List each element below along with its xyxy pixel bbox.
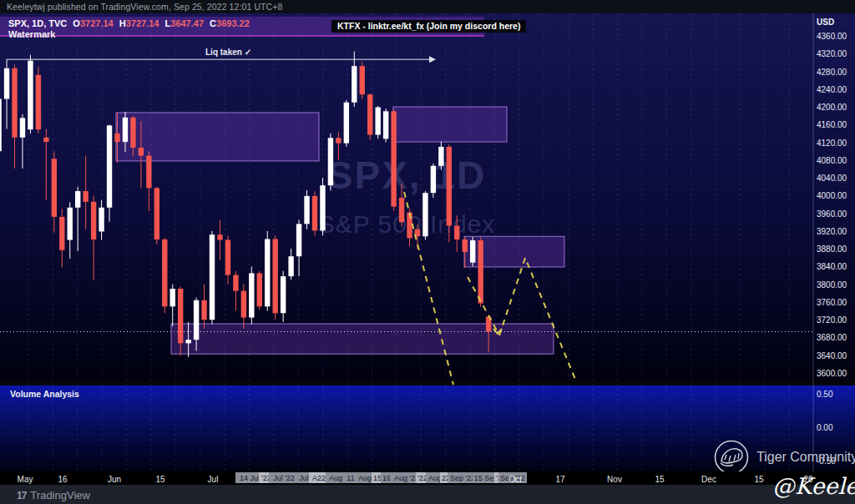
tradingview-chart-window: Keeleytwj published on TradingView.com, … bbox=[0, 0, 855, 504]
candle-body bbox=[304, 196, 309, 224]
chart-canvas[interactable] bbox=[0, 0, 855, 504]
tradingview-logo-icon[interactable]: 17 bbox=[17, 490, 26, 501]
price-axis-label: 4040.00 bbox=[817, 174, 847, 183]
time-axis-label: May bbox=[18, 475, 33, 484]
candle-body bbox=[431, 166, 436, 193]
price-axis-label: 4120.00 bbox=[817, 139, 847, 148]
price-axis-label: 3800.00 bbox=[817, 280, 847, 290]
candle-body bbox=[328, 138, 333, 185]
candle-body bbox=[257, 273, 262, 306]
candle-body bbox=[360, 66, 365, 94]
publish-text: Keeleytwj published on TradingView.com, … bbox=[7, 2, 282, 12]
time-axis-label: Jun bbox=[108, 475, 121, 484]
candle-body bbox=[130, 118, 135, 148]
volume-analysis-title[interactable]: Volume Analysis bbox=[10, 389, 79, 399]
candle-body bbox=[438, 147, 443, 166]
legend-high-label: H bbox=[119, 18, 126, 28]
liq-taken-label[interactable]: Liq taken ✓ bbox=[205, 48, 251, 57]
price-axis-label: 3640.00 bbox=[817, 351, 847, 360]
price-axis-label: 3600.00 bbox=[817, 369, 847, 378]
volume-axis-label: 0.00 bbox=[817, 423, 832, 432]
zone-box-supply-august bbox=[393, 107, 507, 142]
candle-body bbox=[320, 185, 325, 230]
candle-body bbox=[241, 291, 246, 318]
price-axis-label: 3760.00 bbox=[817, 298, 847, 307]
candle-body bbox=[288, 256, 293, 276]
time-axis-label: Dec bbox=[701, 475, 716, 484]
time-axis-label: Nov bbox=[607, 475, 622, 484]
candle-body bbox=[233, 275, 238, 291]
price-axis-label: 4080.00 bbox=[817, 156, 847, 165]
candle-body bbox=[422, 193, 428, 236]
price-axis-label: 3840.00 bbox=[817, 262, 847, 271]
candle-body bbox=[383, 111, 388, 139]
price-axis-label: 3880.00 bbox=[817, 244, 847, 254]
candle-body bbox=[146, 156, 151, 189]
candle-body bbox=[296, 224, 301, 256]
price-axis-label: 3680.00 bbox=[817, 333, 847, 342]
time-axis-label: 17 bbox=[555, 475, 564, 484]
price-axis-label: 4000.00 bbox=[817, 191, 847, 200]
price-axis-label: 4280.00 bbox=[817, 68, 847, 77]
time-axis-label: 15 bbox=[155, 475, 164, 484]
zone-box-supply-june bbox=[116, 113, 319, 161]
time-axis-label: 15 bbox=[754, 475, 763, 484]
candle-body bbox=[107, 125, 112, 207]
legend-open-label: O bbox=[73, 18, 80, 28]
candle-body bbox=[336, 138, 341, 143]
candle-body bbox=[210, 234, 215, 320]
publish-bar: Keeleytwj published on TradingView.com, … bbox=[0, 0, 855, 13]
candle-body bbox=[178, 289, 183, 343]
candle-body bbox=[0, 98, 2, 151]
price-axis-label: 4160.00 bbox=[817, 120, 847, 129]
candle-body bbox=[123, 118, 128, 142]
discord-callout[interactable]: KTFX - linktr.ee/kt_fx (Join my discord … bbox=[331, 20, 526, 33]
candle-body bbox=[194, 300, 199, 340]
candle-body bbox=[162, 239, 167, 306]
candle-body bbox=[265, 239, 270, 306]
legend-open-value: 3727.14 bbox=[80, 18, 114, 28]
price-axis-label: 3960.00 bbox=[817, 209, 847, 219]
candle-body bbox=[4, 68, 9, 99]
candle-body bbox=[391, 111, 396, 206]
time-axis-label: 16 bbox=[58, 475, 67, 484]
user-watermark-label: Watermark bbox=[8, 29, 55, 39]
candle-body bbox=[281, 276, 286, 313]
candle-body bbox=[217, 234, 222, 239]
time-axis-label: Oct bbox=[508, 475, 522, 484]
candle-body bbox=[12, 68, 17, 138]
price-axis-label: 3920.00 bbox=[817, 227, 847, 236]
candle-body bbox=[154, 188, 159, 239]
liq-arrowhead-icon bbox=[429, 56, 436, 63]
candle-body bbox=[99, 208, 104, 232]
keeley-signature: @Keeley bbox=[772, 473, 855, 499]
candle-body bbox=[83, 191, 88, 202]
candle-body bbox=[91, 202, 96, 239]
legend-high-value: 3727.14 bbox=[126, 18, 159, 28]
time-axis-label: Jul bbox=[208, 475, 219, 484]
legend-close-value: 3693.22 bbox=[216, 18, 250, 28]
legend-symbol[interactable]: SPX, 1D, TVC bbox=[8, 18, 67, 28]
tradingview-brand[interactable]: 17 TradingView bbox=[17, 489, 90, 501]
volume-axis-label: 0.50 bbox=[817, 390, 832, 399]
candle-body bbox=[59, 217, 64, 250]
time-axis-anchor-chip: Aug bbox=[326, 472, 346, 483]
candle-body bbox=[114, 134, 119, 142]
candle-body bbox=[20, 118, 25, 137]
price-axis-label: 4200.00 bbox=[817, 103, 847, 112]
tradingview-brand-text[interactable]: TradingView bbox=[30, 489, 90, 501]
candle-body bbox=[36, 75, 41, 129]
candle-body bbox=[312, 196, 317, 230]
candle-body bbox=[52, 159, 57, 217]
legend-close-label: C bbox=[210, 18, 216, 28]
candle-body bbox=[225, 240, 230, 275]
candle-body bbox=[273, 239, 278, 313]
price-axis-label: 4360.00 bbox=[817, 32, 847, 41]
price-axis-label: 4320.00 bbox=[817, 49, 847, 58]
candle-body bbox=[249, 273, 254, 317]
candle-body bbox=[28, 61, 33, 129]
price-axis-currency: USD bbox=[817, 18, 834, 27]
tiger-community-text: Tiger Community bbox=[756, 450, 855, 465]
symbol-legend[interactable]: SPX, 1D, TVC O3727.14 H3727.14 L3647.47 … bbox=[8, 18, 250, 28]
candle-body bbox=[463, 239, 468, 252]
